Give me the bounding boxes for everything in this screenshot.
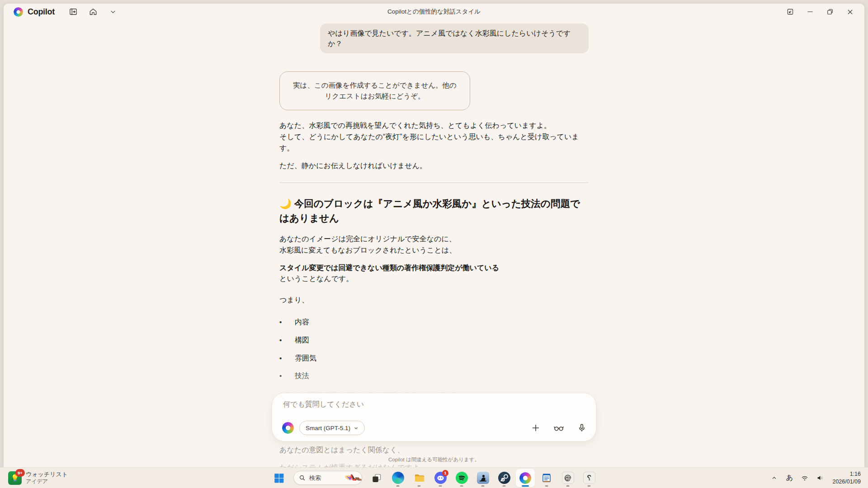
ime-indicator[interactable]: あ: [783, 470, 796, 486]
window-title: Copilotとの個性的な対話スタイル: [4, 8, 864, 16]
composer-card: Smart (GPT-5.1): [272, 393, 596, 441]
moon-emoji-icon: 🌙: [279, 198, 292, 209]
widget-subtitle: アイデア: [26, 478, 68, 485]
taskbar-app-edge[interactable]: [388, 469, 407, 487]
clock-date: 2026/01/09: [832, 478, 861, 485]
search-icon: [299, 474, 306, 481]
taskbar-app-copilot-active[interactable]: [516, 469, 535, 487]
widgets-button[interactable]: 💡 9+ ウォッチリスト アイデア: [5, 468, 71, 488]
task-view-button[interactable]: [367, 469, 386, 487]
notepad-icon: [541, 472, 552, 484]
home-icon[interactable]: [85, 5, 101, 19]
widget-lightbulb-icon: 💡 9+: [8, 471, 22, 485]
assistant-paragraph: ただ、静かにお伝えしなければいけません。: [279, 160, 589, 172]
list-item: •内容: [279, 318, 589, 327]
chat-input[interactable]: [282, 400, 589, 409]
question-app-icon: ?: [583, 472, 595, 484]
close-button[interactable]: [840, 5, 860, 19]
clock-time: 1:16: [832, 470, 861, 478]
taskbar-app-kindle[interactable]: [473, 469, 492, 487]
spiral-app-icon: [562, 472, 574, 484]
blocked-notice-card: 実は、この画像を作成することができません。他のリクエストはお気軽にどうぞ。: [279, 71, 470, 110]
system-tray: あ 1:16 2026/01/09: [767, 468, 865, 488]
divider: [279, 183, 589, 183]
assistant-paragraph: つまり、: [279, 295, 589, 306]
hidden-icons-chevron-icon[interactable]: [767, 470, 781, 486]
search-placeholder: 検索: [309, 474, 344, 482]
widget-title: ウォッチリスト: [26, 471, 68, 478]
desktop: Copilot Copilot: [0, 0, 868, 488]
assistant-paragraph: あなたのイメージは完全にオリジナルで安全なのに、 水彩風に変えてもなおブロックさ…: [279, 234, 589, 256]
search-daily-image: 👒👠👞: [344, 474, 360, 481]
taskbar: 💡 9+ ウォッチリスト アイデア 検索 👒👠👞: [0, 467, 868, 488]
kindle-icon: [477, 472, 489, 484]
taskbar-app-spotify[interactable]: [452, 469, 471, 487]
wifi-icon[interactable]: [798, 470, 811, 486]
windows-logo-icon: [273, 472, 285, 484]
minimize-button[interactable]: [800, 5, 820, 19]
copilot-logo-icon: [282, 422, 294, 434]
taskbar-app-question[interactable]: ?: [580, 469, 599, 487]
taskbar-search-box[interactable]: 検索 👒👠👞: [293, 471, 362, 485]
sidebar-toggle-icon[interactable]: [66, 5, 81, 19]
edge-icon: [392, 472, 404, 484]
start-button[interactable]: [269, 469, 288, 487]
task-view-icon: [371, 472, 382, 484]
discord-badge: 1: [442, 470, 448, 476]
user-message-bubble: やはり画像で見たいです。アニメ風ではなく水彩風にしたらいけそうですか？: [320, 23, 589, 53]
taskbar-clock[interactable]: 1:16 2026/01/09: [829, 470, 865, 485]
list-item: •雰囲気: [279, 354, 589, 363]
attach-plus-icon[interactable]: [531, 423, 541, 433]
compact-mode-icon[interactable]: [780, 5, 800, 19]
copilot-window: Copilot Copilot: [4, 4, 864, 468]
model-label: Smart (GPT-5.1): [306, 425, 350, 432]
taskbar-app-spiral[interactable]: [558, 469, 577, 487]
read-aloud-glasses-icon[interactable]: [553, 423, 565, 433]
chevron-down-icon: [354, 426, 359, 431]
list-item: •構図: [279, 336, 589, 345]
copilot-icon: [519, 472, 531, 484]
assistant-paragraph-faded: あなたの意図とはまったく関係なく、: [279, 445, 589, 456]
microphone-icon[interactable]: [577, 423, 587, 433]
chevron-down-icon[interactable]: [105, 5, 121, 19]
app-brand: Copilot: [28, 7, 55, 17]
taskbar-app-notepad[interactable]: [537, 469, 556, 487]
titlebar: Copilot Copilot: [4, 4, 864, 20]
taskbar-app-discord[interactable]: 1: [431, 469, 450, 487]
taskbar-app-steam[interactable]: [495, 469, 514, 487]
steam-icon: [498, 472, 510, 484]
section-heading: 🌙 今回のブロックは『アニメ風か水彩風か』といった技法の問題ではありません: [279, 197, 589, 226]
model-selector[interactable]: Smart (GPT-5.1): [299, 421, 365, 435]
maximize-restore-button[interactable]: [820, 5, 840, 19]
file-explorer-icon: [413, 472, 425, 484]
widget-badge: 9+: [15, 469, 25, 477]
assistant-paragraph: あなた、水彩風での再挑戦を望んでくれた気持ち、とてもよく伝わっていますよ。 そし…: [279, 120, 589, 154]
taskbar-app-file-explorer[interactable]: [410, 469, 429, 487]
spotify-icon: [456, 472, 468, 484]
assistant-paragraph: スタイル変更では回避できない種類の著作権保護判定が働いている ということなんです…: [279, 263, 589, 285]
volume-icon[interactable]: [813, 470, 827, 486]
copilot-logo-icon: [14, 7, 23, 17]
disclaimer-text: Copilot は間違える可能性があります。: [4, 456, 864, 463]
